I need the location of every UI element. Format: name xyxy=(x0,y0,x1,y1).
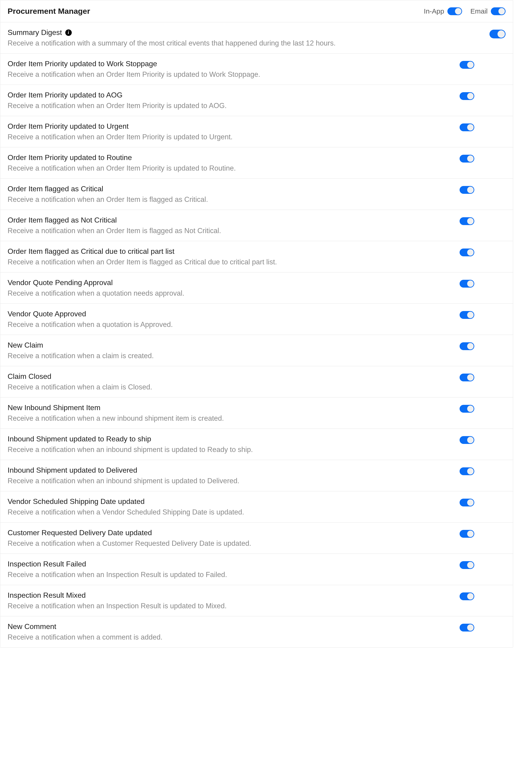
notification-text: Vendor Quote Pending ApprovalReceive a n… xyxy=(8,278,460,297)
notification-row: Inspection Result FailedReceive a notifi… xyxy=(0,554,513,585)
notification-title: Customer Requested Delivery Date updated xyxy=(8,529,460,537)
notification-toggle-column xyxy=(460,622,506,632)
panel-header: Procurement Manager In-App Email xyxy=(0,0,513,22)
notification-row: Inbound Shipment updated to Ready to shi… xyxy=(0,429,513,460)
notification-in-app-toggle[interactable] xyxy=(460,311,474,319)
summary-digest-description: Receive a notification with a summary of… xyxy=(8,39,489,47)
email-control-group: Email xyxy=(470,7,506,15)
notification-title: Vendor Quote Approved xyxy=(8,310,460,318)
notification-text: Order Item Priority updated to UrgentRec… xyxy=(8,122,460,141)
notification-title: Inspection Result Mixed xyxy=(8,591,460,600)
in-app-control-group: In-App xyxy=(424,7,462,15)
notification-settings-panel: Procurement Manager In-App Email Summary… xyxy=(0,0,513,648)
notification-title: Order Item Priority updated to Urgent xyxy=(8,122,460,131)
notification-toggle-column xyxy=(460,529,506,538)
notification-row: Vendor Scheduled Shipping Date updatedRe… xyxy=(0,491,513,523)
notification-row: Order Item Priority updated to AOGReceiv… xyxy=(0,85,513,116)
email-master-toggle[interactable] xyxy=(491,7,506,15)
notification-text: New Inbound Shipment ItemReceive a notif… xyxy=(8,403,460,423)
summary-digest-title: Summary Digest xyxy=(8,28,62,37)
notification-text: Claim ClosedReceive a notification when … xyxy=(8,372,460,391)
notification-title: Order Item flagged as Not Critical xyxy=(8,216,460,224)
notification-text: Inbound Shipment updated to DeliveredRec… xyxy=(8,466,460,485)
notification-in-app-toggle[interactable] xyxy=(460,217,474,225)
panel-title: Procurement Manager xyxy=(8,7,90,16)
notification-toggle-column xyxy=(460,435,506,444)
notification-row: Inspection Result MixedReceive a notific… xyxy=(0,585,513,616)
notification-toggle-column xyxy=(460,560,506,569)
notification-row: Order Item Priority updated to UrgentRec… xyxy=(0,116,513,147)
email-label: Email xyxy=(470,7,488,15)
notification-toggle-column xyxy=(460,372,506,381)
notification-description: Receive a notification when an Order Ite… xyxy=(8,70,460,79)
notification-toggle-column xyxy=(460,122,506,131)
in-app-master-toggle[interactable] xyxy=(447,7,462,15)
notification-row: New ClaimReceive a notification when a c… xyxy=(0,335,513,366)
summary-digest-toggle[interactable] xyxy=(489,30,506,38)
notification-in-app-toggle[interactable] xyxy=(460,405,474,413)
notification-row: Order Item Priority updated to Work Stop… xyxy=(0,54,513,85)
summary-digest-section: Summary Digest i Receive a notification … xyxy=(0,22,513,54)
notification-in-app-toggle[interactable] xyxy=(460,374,474,381)
notification-in-app-toggle[interactable] xyxy=(460,342,474,350)
notification-row: Order Item flagged as Not CriticalReceiv… xyxy=(0,210,513,241)
notification-title: Order Item flagged as Critical due to cr… xyxy=(8,247,460,256)
notification-title: Order Item Priority updated to Routine xyxy=(8,153,460,162)
notification-row: Vendor Quote ApprovedReceive a notificat… xyxy=(0,304,513,335)
notification-text: New ClaimReceive a notification when a c… xyxy=(8,341,460,360)
notification-row: Claim ClosedReceive a notification when … xyxy=(0,366,513,397)
notification-toggle-column xyxy=(460,591,506,600)
notification-description: Receive a notification when an Order Ite… xyxy=(8,258,460,266)
notification-toggle-column xyxy=(460,278,506,288)
notification-text: Customer Requested Delivery Date updated… xyxy=(8,529,460,548)
notification-in-app-toggle[interactable] xyxy=(460,186,474,194)
notification-text: Order Item flagged as Not CriticalReceiv… xyxy=(8,216,460,235)
notification-row: Vendor Quote Pending ApprovalReceive a n… xyxy=(0,272,513,304)
notification-toggle-column xyxy=(460,216,506,225)
notification-toggle-column xyxy=(460,341,506,350)
notification-in-app-toggle[interactable] xyxy=(460,280,474,288)
notification-in-app-toggle[interactable] xyxy=(460,592,474,600)
notification-text: Order Item flagged as Critical due to cr… xyxy=(8,247,460,266)
notification-in-app-toggle[interactable] xyxy=(460,436,474,444)
notification-text: Order Item flagged as CriticalReceive a … xyxy=(8,185,460,204)
notification-text: New CommentReceive a notification when a… xyxy=(8,622,460,641)
notification-in-app-toggle[interactable] xyxy=(460,467,474,475)
info-icon[interactable]: i xyxy=(65,29,72,36)
notification-description: Receive a notification when an inbound s… xyxy=(8,477,460,485)
notification-in-app-toggle[interactable] xyxy=(460,624,474,632)
notification-in-app-toggle[interactable] xyxy=(460,561,474,569)
notification-row: Order Item flagged as CriticalReceive a … xyxy=(0,179,513,210)
notification-in-app-toggle[interactable] xyxy=(460,123,474,131)
notification-description: Receive a notification when a Customer R… xyxy=(8,539,460,548)
notification-in-app-toggle[interactable] xyxy=(460,249,474,256)
notification-toggle-column xyxy=(460,497,506,506)
notification-text: Inbound Shipment updated to Ready to shi… xyxy=(8,435,460,454)
notification-row: Order Item Priority updated to RoutineRe… xyxy=(0,147,513,179)
notification-toggle-column xyxy=(460,185,506,194)
notification-row: Inbound Shipment updated to DeliveredRec… xyxy=(0,460,513,491)
in-app-label: In-App xyxy=(424,7,444,15)
notification-title: Claim Closed xyxy=(8,372,460,381)
notification-in-app-toggle[interactable] xyxy=(460,499,474,506)
notification-toggle-column xyxy=(460,310,506,319)
notification-description: Receive a notification when a Vendor Sch… xyxy=(8,508,460,516)
notification-row: New CommentReceive a notification when a… xyxy=(0,616,513,647)
notification-title: Vendor Quote Pending Approval xyxy=(8,278,460,287)
notification-description: Receive a notification when a new inboun… xyxy=(8,414,460,423)
notification-text: Inspection Result FailedReceive a notifi… xyxy=(8,560,460,579)
notification-title: Inbound Shipment updated to Delivered xyxy=(8,466,460,474)
notification-in-app-toggle[interactable] xyxy=(460,92,474,100)
notification-in-app-toggle[interactable] xyxy=(460,155,474,163)
notification-in-app-toggle[interactable] xyxy=(460,61,474,69)
notification-description: Receive a notification when an Order Ite… xyxy=(8,227,460,235)
notification-in-app-toggle[interactable] xyxy=(460,530,474,538)
summary-digest-text: Summary Digest i Receive a notification … xyxy=(8,28,489,47)
notification-description: Receive a notification when a quotation … xyxy=(8,320,460,329)
notification-text: Order Item Priority updated to RoutineRe… xyxy=(8,153,460,172)
notification-text: Order Item Priority updated to Work Stop… xyxy=(8,60,460,79)
notification-title: Order Item Priority updated to AOG xyxy=(8,91,460,99)
notification-description: Receive a notification when a quotation … xyxy=(8,289,460,297)
notification-description: Receive a notification when an Inspectio… xyxy=(8,571,460,579)
notification-row: Order Item flagged as Critical due to cr… xyxy=(0,241,513,272)
